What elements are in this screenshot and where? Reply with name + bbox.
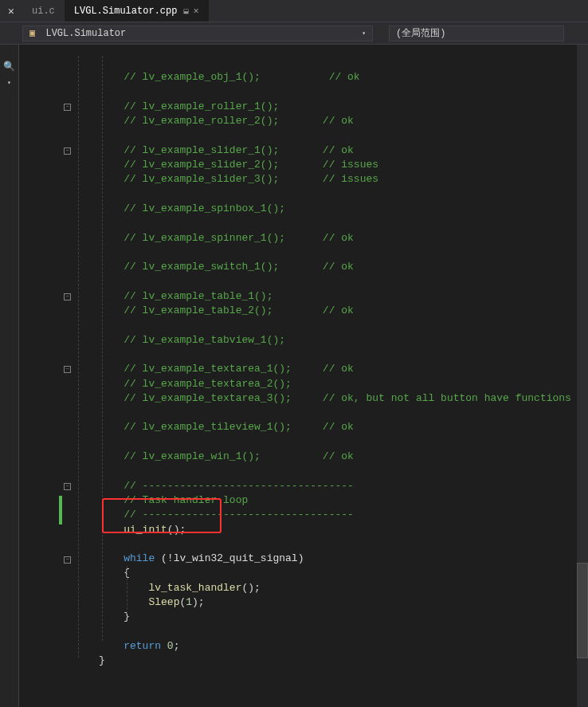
fold-marker[interactable]: − — [64, 147, 71, 155]
close-icon[interactable]: ✕ — [0, 0, 22, 22]
breadcrumb-bar: ▣ LVGL.Simulator ▾ (全局范围) — [0, 22, 588, 45]
fold-marker[interactable]: − — [64, 366, 71, 373]
close-tab-icon[interactable]: ✕ — [193, 5, 198, 17]
indent-guide — [127, 566, 127, 614]
fold-marker[interactable]: − — [64, 104, 71, 111]
editor-container: 🔍 ▾ − − − − − − // lv_example_obj_1(); /… — [0, 45, 588, 707]
code-content[interactable]: // lv_example_obj_1(); // ok // lv_examp… — [19, 45, 588, 668]
indent-guide — [102, 56, 103, 641]
chevron-down-icon: ▾ — [362, 29, 366, 37]
project-icon: ▣ — [29, 28, 35, 39]
fold-marker[interactable]: − — [64, 556, 71, 564]
tab-ui-c[interactable]: ui.c — [22, 0, 65, 22]
search-icon[interactable]: 🔍 — [3, 61, 15, 73]
tab-lvgl-simulator[interactable]: LVGL.Simulator.cpp ⬓ ✕ — [65, 0, 209, 22]
editor-area[interactable]: − − − − − − // lv_example_obj_1(); // ok… — [19, 45, 588, 707]
breadcrumb-label: LVGL.Simulator — [45, 28, 126, 39]
breadcrumb-scope[interactable]: (全局范围) — [389, 26, 564, 41]
indent-guide — [78, 56, 79, 658]
vertical-scrollbar[interactable] — [577, 45, 588, 707]
change-indicator — [59, 496, 62, 524]
left-sidebar: 🔍 ▾ — [0, 45, 19, 707]
scrollbar-thumb[interactable] — [577, 563, 588, 658]
tab-label: ui.c — [32, 6, 55, 17]
tab-bar: ✕ ui.c LVGL.Simulator.cpp ⬓ ✕ — [0, 0, 588, 22]
fold-marker[interactable]: − — [64, 293, 71, 300]
breadcrumb-scope-label: (全局范围) — [396, 26, 445, 40]
breadcrumb-project[interactable]: ▣ LVGL.Simulator ▾ — [22, 26, 373, 41]
tab-label: LVGL.Simulator.cpp — [74, 6, 178, 17]
dropdown-icon[interactable]: ▾ — [7, 79, 11, 86]
pin-icon[interactable]: ⬓ — [183, 6, 188, 16]
fold-marker[interactable]: − — [64, 483, 71, 490]
